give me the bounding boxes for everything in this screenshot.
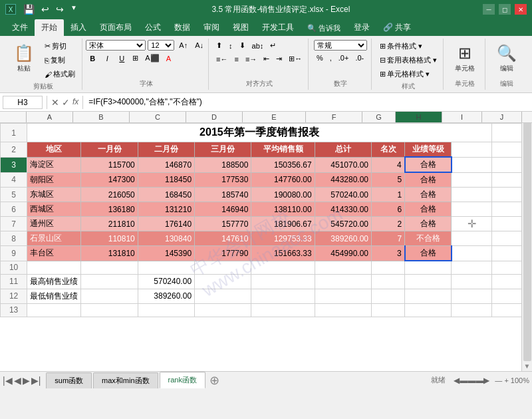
cell-E10[interactable] xyxy=(251,261,315,274)
tab-formula[interactable]: 公式 xyxy=(138,19,168,36)
cell-B10[interactable] xyxy=(81,261,138,274)
cell-F11[interactable] xyxy=(315,274,371,289)
cancel-formula-btn[interactable]: ✕ xyxy=(51,97,59,108)
cell-D11[interactable] xyxy=(195,274,251,289)
cell-E4[interactable]: 147760.00 xyxy=(251,172,315,188)
col-header-E[interactable]: E xyxy=(243,112,306,122)
cut-btn[interactable]: ✂剪切 xyxy=(42,40,78,53)
paste-btn[interactable]: 📋 粘贴 xyxy=(9,40,39,77)
cell-D5[interactable]: 185740 xyxy=(195,188,251,202)
cell-H6[interactable]: 合格 xyxy=(405,202,452,217)
col-header-J[interactable]: J xyxy=(482,112,522,122)
cell-E8[interactable]: 129753.33 xyxy=(251,231,315,246)
tab-login[interactable]: 登录 xyxy=(347,19,376,36)
restore-btn[interactable]: ◻ xyxy=(499,4,511,15)
cell-D6[interactable]: 146940 xyxy=(195,202,251,217)
cell-F10[interactable] xyxy=(315,261,371,274)
customize-quick-btn[interactable]: ▼ xyxy=(68,3,79,16)
indent-left-btn[interactable]: ⇤ xyxy=(261,53,272,65)
cell-G5[interactable]: 1 xyxy=(372,188,405,202)
cell-B11[interactable] xyxy=(81,274,138,289)
cell-I9[interactable] xyxy=(452,246,491,261)
tab-dev[interactable]: 开发工具 xyxy=(255,19,301,36)
cell-B3[interactable]: 115700 xyxy=(81,157,138,172)
cell-G13[interactable] xyxy=(372,303,405,317)
align-left-btn[interactable]: ≡← xyxy=(213,53,230,65)
cell-H11[interactable] xyxy=(405,274,452,289)
align-top-btn[interactable]: ⬆ xyxy=(213,40,225,51)
cell-H4[interactable]: 合格 xyxy=(405,172,452,188)
cell-B5[interactable]: 216050 xyxy=(81,188,138,202)
tab-home[interactable]: 开始 xyxy=(35,19,64,36)
cell-C13[interactable] xyxy=(138,303,194,317)
col-header-G[interactable]: G xyxy=(362,112,396,122)
col-header-B[interactable]: B xyxy=(73,112,130,122)
cell-G6[interactable]: 6 xyxy=(372,202,405,217)
cell-C11[interactable]: 570240.00 xyxy=(138,274,194,289)
text-direction-btn[interactable]: ab↕ xyxy=(249,40,267,51)
scroll-thumb[interactable] xyxy=(523,122,531,361)
tab-data[interactable]: 数据 xyxy=(168,19,197,36)
cell-E6[interactable]: 138110.00 xyxy=(251,202,315,217)
col-header-D[interactable]: D xyxy=(186,112,243,122)
header-cell-B2[interactable]: 一月份 xyxy=(81,142,138,158)
cell-D8[interactable]: 147610 xyxy=(195,231,251,246)
cell-G12[interactable] xyxy=(372,289,405,303)
confirm-formula-btn[interactable]: ✓ xyxy=(62,97,70,108)
cell-F12[interactable] xyxy=(315,289,371,303)
tab-help[interactable]: 🔍 告诉我 xyxy=(301,21,347,36)
cell-G4[interactable]: 5 xyxy=(372,172,405,188)
cell-G8[interactable]: 7 xyxy=(372,231,405,246)
cell-E12[interactable] xyxy=(251,289,315,303)
grid-container[interactable]: A B C D E F G H I J 1 2015年第一季度销售报表 2 地区… xyxy=(0,112,532,371)
minimize-btn[interactable]: ─ xyxy=(483,4,495,15)
header-cell-G2[interactable]: 名次 xyxy=(372,142,405,158)
scroll-down-btn[interactable]: ▼ xyxy=(524,362,531,370)
sheet-tab-sum[interactable]: sum函数 xyxy=(46,372,92,388)
merge-btn[interactable]: ⊞↔ xyxy=(286,53,305,65)
cell-D12[interactable] xyxy=(195,289,251,303)
decrease-decimal-btn[interactable]: .0- xyxy=(352,53,366,63)
redo-quick-btn[interactable]: ↪ xyxy=(54,3,66,16)
cell-F9[interactable]: 454990.00 xyxy=(315,246,371,261)
cell-A11[interactable]: 最高销售业绩 xyxy=(27,274,81,289)
cell-I12[interactable] xyxy=(452,289,491,303)
cell-D4[interactable]: 177530 xyxy=(195,172,251,188)
cell-B7[interactable]: 211810 xyxy=(81,217,138,231)
conditional-format-btn[interactable]: ⊞条件格式 ▾ xyxy=(377,40,440,53)
cell-A13[interactable] xyxy=(27,303,81,317)
cell-B13[interactable] xyxy=(81,303,138,317)
cell-H7[interactable]: 合格 xyxy=(405,217,452,231)
increase-decimal-btn[interactable]: .0+ xyxy=(336,53,352,63)
sheet-nav-last-btn[interactable]: ▶| xyxy=(31,375,41,386)
cell-F5[interactable]: 570240.00 xyxy=(315,188,371,202)
cell-C12[interactable]: 389260.00 xyxy=(138,289,194,303)
col-header-C[interactable]: C xyxy=(130,112,186,122)
scrollbar-vertical[interactable]: ▲ ▼ xyxy=(521,112,532,371)
sheet-nav-first-btn[interactable]: |◀ xyxy=(3,375,13,386)
cell-B4[interactable]: 147300 xyxy=(81,172,138,188)
align-center-btn[interactable]: ≡ xyxy=(231,53,241,65)
cell-D13[interactable] xyxy=(195,303,251,317)
cell-H12[interactable] xyxy=(405,289,452,303)
cell-C6[interactable]: 131210 xyxy=(138,202,194,217)
cell-G9[interactable]: 3 xyxy=(372,246,405,261)
cell-A3[interactable]: 海淀区 xyxy=(27,157,81,172)
header-cell-C2[interactable]: 二月份 xyxy=(138,142,194,158)
cell-E5[interactable]: 190080.00 xyxy=(251,188,315,202)
col-header-F[interactable]: F xyxy=(306,112,362,122)
cell-I13[interactable] xyxy=(452,303,491,317)
align-right-btn[interactable]: ≡→ xyxy=(243,53,259,65)
decrease-font-btn[interactable]: A↓ xyxy=(192,40,206,51)
cell-B12[interactable] xyxy=(81,289,138,303)
cell-G11[interactable] xyxy=(372,274,405,289)
font-family-select[interactable]: 宋体 xyxy=(86,40,146,51)
cell-A10[interactable] xyxy=(27,261,81,274)
cell-style-btn[interactable]: ⊞单元格样式 ▾ xyxy=(377,68,440,80)
cell-I2[interactable] xyxy=(452,142,491,158)
close-btn[interactable]: ✕ xyxy=(515,4,527,15)
edit-btn[interactable]: 🔍 编辑 xyxy=(491,40,522,77)
sheet-nav-next-btn[interactable]: ▶ xyxy=(23,375,30,386)
table-style-btn[interactable]: ⊟套用表格格式 ▾ xyxy=(377,54,440,67)
wrap-text-btn[interactable]: ↵ xyxy=(267,40,279,51)
